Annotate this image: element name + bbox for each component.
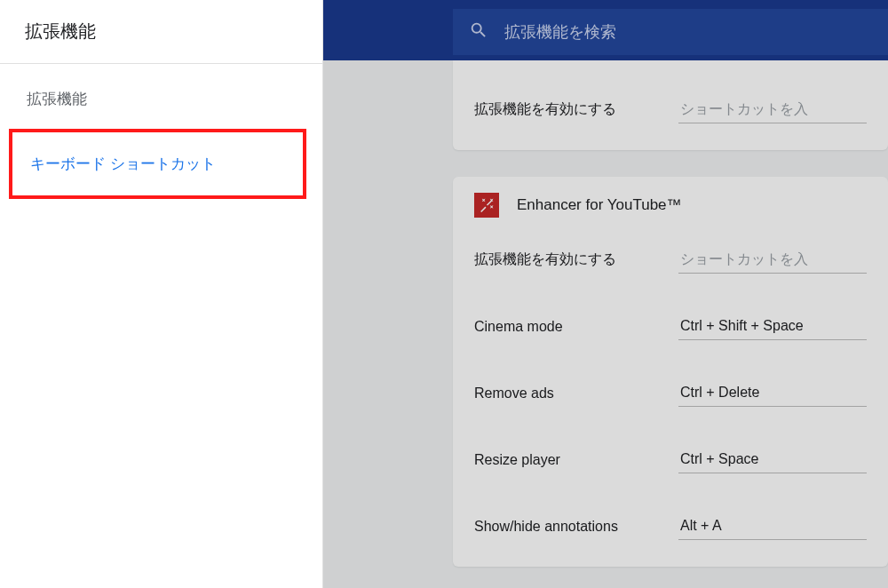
sidebar-item-keyboard-shortcuts[interactable]: キーボード ショートカット — [9, 129, 306, 199]
shortcut-input[interactable] — [678, 446, 867, 473]
topbar: 拡張機能を検索 — [323, 0, 888, 60]
sidebar-item-label: 拡張機能 — [27, 91, 87, 107]
shortcut-row: 拡張機能を有効にする — [453, 226, 888, 293]
shortcut-input[interactable] — [678, 313, 867, 340]
shortcut-input[interactable] — [678, 96, 867, 123]
shortcut-label: Remove ads — [474, 385, 661, 401]
extension-card: 拡張機能を有効にする — [453, 60, 888, 150]
shortcut-input[interactable] — [678, 246, 867, 274]
shortcut-label: Show/hide annotations — [474, 519, 661, 535]
search-placeholder: 拡張機能を検索 — [504, 21, 616, 43]
shortcut-row: Show/hide annotations — [453, 493, 888, 560]
shortcut-row: Cinema mode — [453, 293, 888, 360]
sidebar-title: 拡張機能 — [0, 0, 322, 64]
shortcut-label: 拡張機能を有効にする — [474, 250, 661, 269]
extension-card-enhancer: Enhancer for YouTube™ 拡張機能を有効にする Cinema … — [453, 177, 888, 567]
shortcut-input[interactable] — [678, 513, 867, 540]
search-icon — [469, 20, 488, 44]
shortcut-label: 拡張機能を有効にする — [474, 100, 661, 119]
shortcut-row: 拡張機能を有効にする — [453, 76, 888, 143]
sidebar: 拡張機能 拡張機能 キーボード ショートカット — [0, 0, 323, 588]
extension-title: Enhancer for YouTube™ — [517, 196, 682, 214]
sidebar-item-label: キーボード ショートカット — [30, 155, 216, 172]
search-box[interactable]: 拡張機能を検索 — [453, 9, 888, 55]
shortcut-label: Resize player — [474, 452, 661, 468]
shortcut-input[interactable] — [678, 379, 867, 407]
main-content: 拡張機能を検索 拡張機能を有効にする Enhancer for YouTube™ — [323, 0, 888, 588]
magic-wand-icon — [474, 193, 499, 218]
extension-card-header: Enhancer for YouTube™ — [453, 177, 888, 226]
sidebar-item-extensions[interactable]: 拡張機能 — [0, 80, 322, 118]
shortcut-row: Remove ads — [453, 360, 888, 426]
shortcut-row: Resize player — [453, 426, 888, 493]
content-area: 拡張機能を有効にする Enhancer for YouTube™ 拡張機能を有効… — [323, 60, 888, 588]
shortcut-label: Cinema mode — [474, 319, 661, 335]
